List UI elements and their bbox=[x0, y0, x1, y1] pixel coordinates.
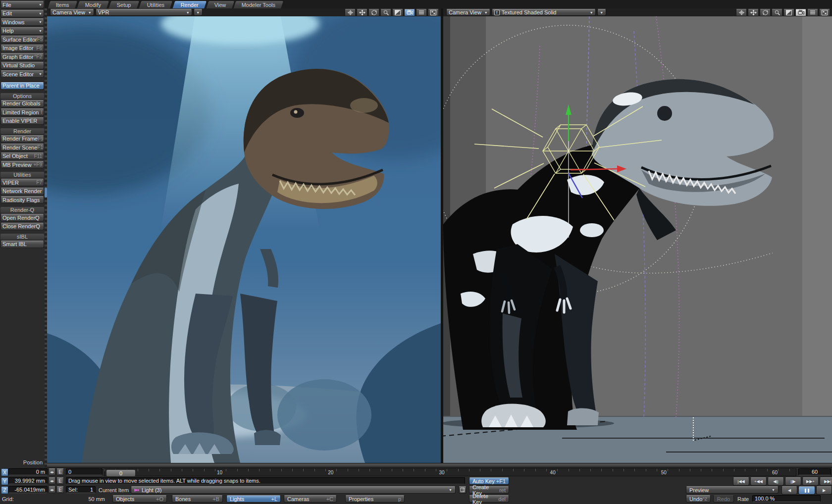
y-axis-button[interactable]: Y bbox=[1, 477, 8, 485]
light-item-icon bbox=[134, 488, 139, 492]
render-globals-button[interactable]: Render Globals bbox=[0, 100, 44, 107]
graph-editor-button[interactable]: Graph Editor^F2 bbox=[0, 53, 44, 60]
render-options-icon[interactable] bbox=[819, 9, 830, 16]
pause-button[interactable] bbox=[798, 486, 815, 495]
y-envelope-button[interactable]: E bbox=[56, 477, 64, 484]
close-renderq-button[interactable]: Close RenderQ bbox=[0, 223, 44, 230]
mode-label: Cameras bbox=[287, 496, 310, 502]
preview-dropdown[interactable]: Preview▼ bbox=[686, 486, 779, 494]
chevron-down-icon: ▼ bbox=[196, 11, 200, 14]
network-render-button[interactable]: Network Render bbox=[0, 188, 44, 195]
pan-icon[interactable] bbox=[345, 9, 356, 16]
objects-mode-button[interactable]: Objects+O bbox=[112, 495, 167, 503]
y-nudge-arrows[interactable]: ◂▸ bbox=[49, 477, 55, 484]
view-type-dropdown[interactable]: Camera View▼ bbox=[446, 9, 490, 16]
zoom-icon[interactable] bbox=[380, 9, 391, 16]
properties-mode-button[interactable]: Propertiesp bbox=[345, 495, 405, 503]
image-editor-button[interactable]: Image EditorF6 bbox=[0, 45, 44, 52]
rotate-icon[interactable] bbox=[748, 9, 759, 16]
maximize-viewport-icon[interactable] bbox=[392, 9, 403, 16]
z-envelope-button[interactable]: E bbox=[56, 486, 64, 493]
mb-preview-button[interactable]: MB Preview+F9 bbox=[0, 161, 44, 168]
x-axis-button[interactable]: X bbox=[1, 468, 8, 476]
render-frame-button[interactable]: Render FrameF9 bbox=[0, 135, 44, 143]
orbit-icon[interactable] bbox=[760, 9, 771, 16]
step-forward-button[interactable]: ||▶ bbox=[785, 477, 801, 486]
goto-start-button[interactable]: |◀◀ bbox=[733, 477, 749, 486]
view-type-dropdown[interactable]: Camera View▼ bbox=[50, 9, 94, 16]
horizontal-drag-bar[interactable] bbox=[47, 463, 832, 467]
timeline-ticks bbox=[104, 469, 796, 471]
orbit-icon[interactable] bbox=[368, 9, 379, 16]
tab-utilities[interactable]: Utilities bbox=[138, 0, 173, 8]
lights-mode-button[interactable]: Lights+L bbox=[226, 495, 281, 503]
current-frame-field[interactable]: 0 bbox=[66, 468, 103, 475]
tab-modify[interactable]: Modify bbox=[76, 0, 110, 8]
render-scene-button[interactable]: Render SceneF10 bbox=[0, 144, 44, 151]
pan-icon[interactable] bbox=[736, 9, 747, 16]
y-position-field[interactable]: 39.9992 mm bbox=[8, 477, 48, 484]
render-options-icon[interactable] bbox=[428, 9, 439, 16]
tab-view[interactable]: View bbox=[206, 0, 235, 8]
parent-in-place-button[interactable]: Parent in Place bbox=[0, 82, 44, 90]
smart-ibl-button[interactable]: Smart IBL bbox=[0, 241, 44, 248]
step-back-button[interactable]: ◀|| bbox=[768, 477, 784, 486]
x-position-field[interactable]: 0 m bbox=[8, 468, 48, 475]
undo-button[interactable]: Undo^Z bbox=[686, 495, 711, 503]
render-mode-dropdown[interactable]: VPR▼ bbox=[96, 9, 192, 16]
scene-editor-button[interactable]: Scene Editor▼ bbox=[0, 70, 44, 78]
pause-bar bbox=[805, 489, 806, 493]
chevron-down-icon: ▼ bbox=[39, 3, 42, 6]
rate-field[interactable]: 100.0 % bbox=[752, 495, 821, 502]
delete-key-button[interactable]: Delete Keydel bbox=[469, 495, 509, 503]
viewport-menu-dropdown[interactable]: ▼ bbox=[597, 9, 606, 16]
play-reverse-button[interactable]: ◀ bbox=[781, 486, 797, 495]
x-nudge-arrows[interactable]: ◂▸ bbox=[49, 468, 55, 475]
open-renderq-button[interactable]: Open RenderQ bbox=[0, 214, 44, 221]
current-item-dropdown[interactable]: Light (3) ▼ bbox=[131, 486, 456, 494]
radiosity-flags-button[interactable]: Radiosity Flags bbox=[0, 196, 44, 203]
z-axis-button[interactable]: Z bbox=[1, 486, 8, 494]
virtual-studio-button[interactable]: Virtual Studio bbox=[0, 62, 44, 69]
timeline-ruler[interactable]: 01020304050600 bbox=[104, 468, 796, 476]
viper-button[interactable]: VIPERF7 bbox=[0, 179, 44, 186]
sel-object-button[interactable]: Sel ObjectF11 bbox=[0, 152, 44, 160]
maximize-viewport-icon[interactable] bbox=[783, 9, 794, 16]
x-envelope-button[interactable]: E bbox=[56, 468, 64, 475]
camera-toggle-icon[interactable] bbox=[404, 9, 415, 16]
list-icon[interactable] bbox=[416, 9, 427, 16]
zoom-icon[interactable] bbox=[772, 9, 782, 16]
tab-items[interactable]: Items bbox=[47, 0, 78, 8]
cameras-mode-button[interactable]: Cameras+C bbox=[284, 495, 337, 503]
menu-windows[interactable]: Windows▼ bbox=[0, 18, 44, 26]
tab-modeler-tools[interactable]: Modeler Tools bbox=[233, 0, 284, 8]
button-label: Open RenderQ bbox=[2, 215, 40, 221]
z-nudge-arrows[interactable]: ◂▸ bbox=[49, 486, 55, 493]
surface-editor-button[interactable]: Surface EditorF5 bbox=[0, 36, 44, 43]
z-position-field[interactable]: -65.0419mm bbox=[8, 486, 48, 493]
end-frame-field[interactable]: 60 bbox=[798, 468, 831, 475]
prev-key-button[interactable]: +◀◀ bbox=[750, 477, 767, 486]
goto-end-button[interactable]: ▶▶| bbox=[820, 477, 832, 486]
tab-setup[interactable]: Setup bbox=[108, 0, 140, 8]
menu-edit[interactable]: Edit▼ bbox=[0, 10, 44, 17]
play-forward-button[interactable]: ▶ bbox=[816, 486, 832, 495]
list-icon[interactable] bbox=[807, 9, 818, 16]
bones-mode-button[interactable]: Bones+B bbox=[172, 495, 223, 503]
rotate-icon[interactable] bbox=[357, 9, 367, 16]
viewport-menu-dropdown[interactable]: ▼ bbox=[194, 9, 203, 16]
menu-help[interactable]: Help▼ bbox=[0, 27, 44, 35]
enable-viper-button[interactable]: Enable VIPER bbox=[0, 117, 44, 125]
tab-render[interactable]: Render bbox=[172, 0, 207, 8]
render-mode-dropdown[interactable]: T Textured Shaded Solid▼ bbox=[492, 9, 596, 16]
opengl-shaded-viewport[interactable] bbox=[443, 16, 832, 463]
item-panel-toggle-button[interactable] bbox=[459, 486, 467, 494]
camera-toggle-icon[interactable] bbox=[795, 9, 806, 16]
limited-region-button[interactable]: Limited Regionl bbox=[0, 108, 44, 116]
next-key-button[interactable]: ▶▶+ bbox=[802, 477, 819, 486]
vpr-render-viewport[interactable] bbox=[47, 16, 441, 463]
redo-button[interactable]: Redo bbox=[713, 495, 734, 503]
menu-file[interactable]: File▼ bbox=[0, 1, 44, 8]
frame-slider-knob[interactable]: 0 bbox=[106, 469, 136, 477]
mode-label: Bones bbox=[175, 496, 191, 502]
